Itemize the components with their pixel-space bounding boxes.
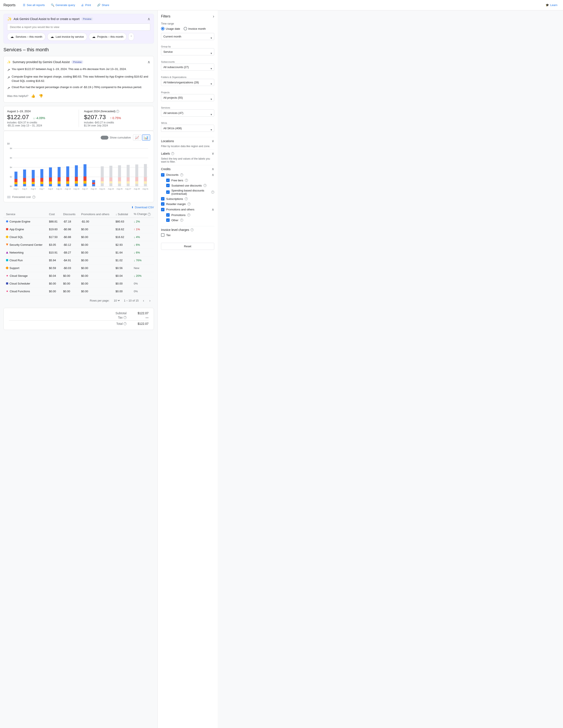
- app-title: Reports: [3, 3, 16, 7]
- cell-subtotal: $1.64: [113, 249, 131, 256]
- projects-select[interactable]: All projects (55): [161, 94, 214, 101]
- spending-help-icon[interactable]: ?: [211, 191, 214, 194]
- pagination-next-button[interactable]: ›: [148, 298, 151, 303]
- summary-bullet-1: ↗ You spent $122.07 between Aug 1–19, 20…: [7, 67, 150, 73]
- cell-subtotal: $2.93: [113, 241, 131, 249]
- cell-change: ↓ 6%: [131, 249, 154, 256]
- services-select[interactable]: All services (47): [161, 109, 214, 117]
- summary-collapse-button[interactable]: ∧: [147, 60, 150, 64]
- services-group: Services All services (47): [161, 106, 214, 119]
- subaccounts-select[interactable]: All subaccounts (27): [161, 64, 214, 71]
- col-promotions: Promotions and others: [79, 211, 113, 218]
- total-help-icon[interactable]: ?: [123, 322, 126, 325]
- subscriptions-row[interactable]: ✓ Subscriptions ?: [161, 197, 214, 201]
- cell-service: App Engine: [3, 225, 46, 233]
- svg-rect-53: [135, 181, 138, 184]
- svg-text:Aug 31: Aug 31: [142, 188, 148, 190]
- line-chart-button[interactable]: 📈: [133, 134, 141, 141]
- cell-change: 0%: [131, 280, 154, 287]
- time-range-radio-group: Usage date Invoice month: [161, 27, 214, 30]
- free-tiers-help-icon[interactable]: ?: [185, 179, 188, 182]
- cell-change: ↓ 4%: [131, 233, 154, 241]
- svg-text:Aug 7: Aug 7: [39, 188, 44, 190]
- gemini-collapse-button[interactable]: ∧: [147, 17, 150, 21]
- promotions-sub-help-icon[interactable]: ?: [187, 213, 190, 216]
- credits-header[interactable]: Credits ∧: [161, 167, 214, 171]
- other-row[interactable]: ✓ Other ?: [161, 218, 214, 222]
- invoice-charges-help-icon[interactable]: ?: [190, 228, 193, 231]
- tax-filter-row[interactable]: Tax: [161, 233, 214, 237]
- rows-per-page-select[interactable]: 10 25 50: [113, 299, 120, 302]
- svg-text:Aug 27: Aug 27: [125, 188, 131, 190]
- current-month-select[interactable]: Current month: [161, 33, 214, 40]
- sustained-row[interactable]: ✓ Sustained use discounts ?: [161, 184, 214, 187]
- chip-nav-forward[interactable]: ›: [128, 33, 134, 41]
- spending-checkbox[interactable]: ✓: [166, 190, 170, 194]
- reseller-help-icon[interactable]: ?: [187, 202, 190, 205]
- folders-select[interactable]: All folders/organizations (28): [161, 79, 214, 86]
- subscriptions-checkbox[interactable]: ✓: [161, 197, 164, 201]
- cell-subtotal: $0.00: [113, 280, 131, 287]
- other-checkbox[interactable]: ✓: [166, 218, 170, 222]
- tax-help-icon[interactable]: ?: [123, 316, 126, 319]
- print-button[interactable]: 🖨 Print: [79, 2, 93, 8]
- see-all-reports-button[interactable]: ☰ See all reports: [21, 2, 47, 8]
- labels-row[interactable]: Labels ? ∨: [161, 149, 214, 157]
- cell-service: Security Command Center: [3, 241, 46, 249]
- skus-select[interactable]: All SKUs (408): [161, 125, 214, 132]
- learn-button[interactable]: 🎓 Learn: [543, 2, 560, 8]
- filters-title: Filters: [161, 14, 170, 18]
- group-by-select[interactable]: Service: [161, 48, 214, 55]
- reset-button[interactable]: Reset: [161, 243, 214, 250]
- tax-checkbox[interactable]: [161, 233, 164, 237]
- cell-service: Cloud Scheduler: [3, 280, 46, 287]
- folders-wrap: All folders/organizations (28): [161, 79, 214, 89]
- cumulative-toggle[interactable]: Show cumulative: [101, 136, 131, 140]
- locations-row[interactable]: Locations ∨: [161, 137, 214, 145]
- cell-discounts: -$0.88: [61, 233, 79, 241]
- discounts-checkbox[interactable]: ✓: [161, 173, 164, 177]
- reseller-row[interactable]: ✓ Reseller margin ?: [161, 202, 214, 206]
- col-change[interactable]: % Change ?: [131, 211, 154, 218]
- sustained-checkbox[interactable]: ✓: [166, 184, 170, 187]
- promotions-sub-checkbox[interactable]: ✓: [166, 213, 170, 217]
- thumbs-down-button[interactable]: 👎: [38, 93, 44, 99]
- spending-row[interactable]: ✓ Spending based discounts (contractual)…: [161, 189, 214, 195]
- gemini-input[interactable]: [7, 23, 150, 31]
- reseller-checkbox[interactable]: ✓: [161, 202, 164, 206]
- share-button[interactable]: 🔗 Share: [95, 2, 111, 8]
- download-csv-button[interactable]: ⬇ Download CSV: [131, 206, 154, 209]
- metric-forecasted: August 2024 (forecasted) ? $207.73 ↑ 0.7…: [84, 110, 150, 127]
- generate-query-button[interactable]: 🔍 Generate query: [49, 2, 77, 8]
- totals-subtotal-value: $122.07: [133, 311, 148, 315]
- cell-promotions: $0.00: [79, 272, 113, 280]
- metric-current-change: ↓ -4.09%: [33, 116, 45, 120]
- thumbs-up-button[interactable]: 👍: [30, 93, 36, 99]
- subscriptions-help-icon[interactable]: ?: [185, 197, 188, 200]
- invoice-month-radio[interactable]: Invoice month: [184, 27, 206, 30]
- promotions-others-row[interactable]: ✓ Promotions and others ∧: [161, 207, 214, 212]
- pagination-prev-button[interactable]: ‹: [142, 298, 145, 303]
- bar-chart-button[interactable]: 📊: [142, 134, 150, 141]
- sustained-help-icon[interactable]: ?: [203, 184, 206, 187]
- labels-help-icon[interactable]: ?: [171, 152, 174, 155]
- col-subtotal[interactable]: ↓ Subtotal: [113, 211, 131, 218]
- usage-date-radio[interactable]: Usage date: [161, 27, 180, 30]
- summary-bullet-3: ↗ Cloud Run had the largest percentage c…: [7, 85, 150, 91]
- chip-services[interactable]: ☁ Services – this month: [7, 33, 45, 41]
- share-icon: 🔗: [97, 3, 100, 7]
- other-help-icon[interactable]: ?: [180, 219, 183, 222]
- filters-collapse-button[interactable]: ›: [213, 14, 214, 19]
- cell-change: ↑ 1%: [131, 225, 154, 233]
- promotions-others-checkbox[interactable]: ✓: [161, 208, 164, 211]
- chip-projects[interactable]: ☁ Projects – this month: [89, 33, 126, 41]
- change-help-icon[interactable]: ?: [148, 213, 151, 216]
- discounts-help-icon[interactable]: ?: [180, 173, 183, 176]
- free-tiers-checkbox[interactable]: ✓: [166, 179, 170, 182]
- legend-help-icon[interactable]: ?: [32, 196, 35, 199]
- chip-last-invoice[interactable]: ☁ Last invoice by service: [47, 33, 87, 41]
- promotions-sub-row[interactable]: ✓ Promotions ?: [161, 213, 214, 217]
- discounts-row[interactable]: ✓ Discounts ? ∧: [161, 173, 214, 177]
- free-tiers-row[interactable]: ✓ Free tiers ?: [161, 179, 214, 182]
- forecasted-help-icon[interactable]: ?: [116, 110, 119, 113]
